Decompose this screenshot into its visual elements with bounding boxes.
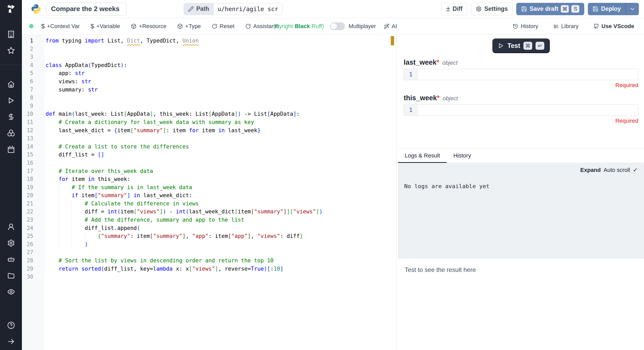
- sidebar-item-runs[interactable]: [5, 95, 17, 106]
- code-line[interactable]: {"summary": item["summary"], "app": item…: [45, 232, 396, 240]
- windmill-logo-icon[interactable]: [5, 3, 17, 15]
- script-path-input[interactable]: [213, 3, 282, 15]
- code-line[interactable]: # Add the difference, summary and app to…: [45, 216, 396, 224]
- path-edit-button[interactable]: Path: [184, 3, 213, 15]
- line-number: 19: [22, 184, 45, 192]
- code-line[interactable]: views: str: [45, 78, 396, 86]
- code-editor[interactable]: 1234567891011121314151617181920212223242…: [22, 35, 396, 350]
- sidebar-item-expand-sidebar[interactable]: [5, 336, 17, 347]
- code-line[interactable]: [45, 273, 396, 281]
- code-token: # Create a list to store the differences: [46, 144, 189, 150]
- script-title-input[interactable]: [46, 3, 126, 15]
- toolbar-item-history[interactable]: History: [513, 23, 538, 30]
- sidebar-item-settings[interactable]: [5, 237, 17, 249]
- diff-button[interactable]: ± Diff: [441, 3, 467, 15]
- code-line[interactable]: diff = int(item["views"]) - int(last_wee…: [45, 208, 396, 216]
- code-line[interactable]: # Calculate the difference in views: [45, 200, 396, 208]
- multiplayer-toggle[interactable]: [330, 22, 345, 30]
- editor-code-area[interactable]: from typing import List, Dict, TypedDict…: [45, 35, 396, 350]
- code-line[interactable]: diff_list = []: [45, 151, 396, 159]
- sidebar-item-schedules[interactable]: [5, 143, 17, 155]
- code-line[interactable]: return sorted(diff_list, key=lambda x: x…: [45, 265, 396, 273]
- code-token: ]: [283, 209, 287, 215]
- code-line[interactable]: class AppData(TypedDict):: [45, 61, 396, 70]
- code-line[interactable]: [45, 94, 396, 102]
- line-number: 14: [22, 143, 45, 151]
- dollar-icon: [7, 113, 15, 121]
- sidebar-item-audit-logs[interactable]: [5, 286, 17, 298]
- code-line[interactable]: [45, 248, 396, 257]
- json-input-body[interactable]: [418, 69, 638, 80]
- expand-button[interactable]: Expand: [580, 167, 601, 173]
- code-token: }: [257, 127, 261, 134]
- code-line[interactable]: # Create a dictionary for last_week data…: [45, 118, 396, 127]
- sidebar-item-workspace[interactable]: [5, 28, 17, 40]
- code-line[interactable]: diff_list.append(: [45, 224, 396, 232]
- sidebar-item-resources[interactable]: [5, 127, 17, 139]
- line-number: 26: [22, 240, 45, 249]
- code-line[interactable]: # Sort the list by views in descending o…: [45, 257, 396, 265]
- code-token: int: [176, 209, 186, 215]
- ai-button[interactable]: AI: [384, 23, 397, 30]
- sidebar-item-favorites[interactable]: [5, 45, 17, 56]
- indent-guide: [72, 200, 72, 208]
- toolbar-item-context-var[interactable]: $+Context Var: [41, 23, 80, 30]
- code-token: "summary": [133, 127, 163, 134]
- code-token: , reverse=: [218, 266, 251, 272]
- deploy-options-button[interactable]: [625, 3, 639, 15]
- code-token: item: [121, 209, 134, 215]
- arg-json-input-this_week[interactable]: 1: [404, 104, 638, 116]
- test-button[interactable]: Test ⌘ ↵: [492, 38, 550, 53]
- tab-history[interactable]: History: [447, 148, 478, 163]
- github-icon: [594, 23, 599, 29]
- code-line[interactable]: [45, 159, 396, 167]
- code-token: item: [117, 127, 130, 134]
- code-line[interactable]: # If the summary is in last_week data: [45, 184, 396, 192]
- code-token: diff_list.append: [46, 225, 137, 231]
- toolbar-item-reset[interactable]: Reset: [212, 23, 234, 30]
- code-line[interactable]: # Iterate over this_week data: [45, 167, 396, 176]
- code-line[interactable]: [45, 53, 396, 61]
- line-number: 7: [22, 86, 45, 94]
- code-line[interactable]: app: str: [45, 69, 396, 78]
- toolbar-item-type[interactable]: +Type: [177, 23, 201, 30]
- result-placeholder: Test to see the result here: [405, 266, 476, 273]
- tab-logs-result[interactable]: Logs & Result: [398, 148, 447, 163]
- save-draft-button[interactable]: Save draft ⌘ S: [516, 3, 584, 15]
- sidebar-item-users[interactable]: [5, 221, 17, 233]
- indent-guide: [59, 224, 59, 232]
- sidebar-item-folders[interactable]: [5, 270, 17, 281]
- sidebar-item-variables[interactable]: [5, 111, 17, 123]
- code-line[interactable]: for item in this_week:: [45, 175, 396, 184]
- code-line[interactable]: # Create a list to store the differences: [45, 143, 396, 151]
- code-line[interactable]: ): [45, 240, 396, 249]
- line-number: 27: [22, 248, 45, 257]
- code-line[interactable]: [45, 102, 396, 110]
- settings-button[interactable]: Settings: [471, 3, 513, 15]
- code-line[interactable]: [45, 135, 396, 143]
- deploy-button[interactable]: Deploy: [588, 3, 625, 15]
- toolbar-item-resource[interactable]: +Resource: [131, 23, 166, 30]
- code-line[interactable]: [45, 45, 396, 53]
- toolbar-item-use-vscode[interactable]: Use VScode: [594, 23, 634, 30]
- code-token: (: [186, 209, 189, 215]
- json-input-body[interactable]: [418, 105, 638, 115]
- sidebar-item-help[interactable]: [5, 319, 17, 331]
- toolbar-item-library[interactable]: Library: [553, 23, 579, 30]
- code-line[interactable]: from typing import List, Dict, TypedDict…: [45, 37, 396, 45]
- code-line[interactable]: def main(last_week: List[AppData], this_…: [45, 110, 396, 118]
- sidebar-item-home[interactable]: [5, 78, 17, 90]
- autoscroll-checkbox[interactable]: ✓: [633, 166, 638, 173]
- code-line[interactable]: if item["summary"] in last_week_dict:: [45, 191, 396, 200]
- toolbar-item-variable[interactable]: $+Variable: [91, 23, 120, 30]
- log-controls: Expand Auto scroll ✓: [580, 166, 638, 173]
- json-line-number: 1: [404, 69, 418, 80]
- kbd-s: S: [571, 5, 579, 13]
- arg-json-input-last_week[interactable]: 1: [404, 69, 638, 80]
- multiplayer-label: Multiplayer: [349, 23, 376, 30]
- code-line[interactable]: last_week_dict = {item["summary"]: item …: [45, 127, 396, 135]
- sidebar-item-workers[interactable]: [5, 253, 17, 265]
- chevron-down-icon: [629, 6, 635, 12]
- code-line[interactable]: summary: str: [45, 86, 396, 94]
- code-token: "app": [231, 233, 248, 239]
